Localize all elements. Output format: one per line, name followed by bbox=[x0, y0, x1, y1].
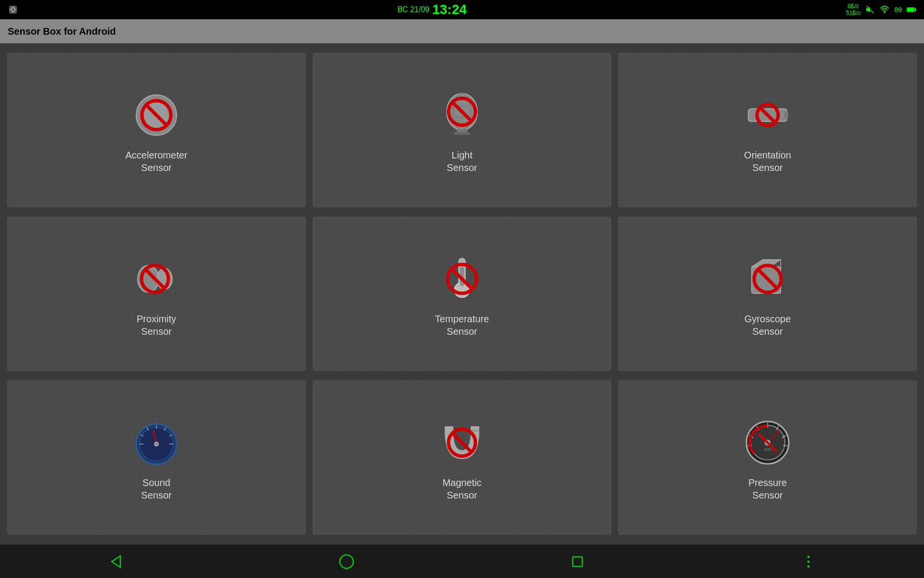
gyroscope-label: GyroscopeSensor bbox=[744, 313, 791, 338]
svg-rect-5 bbox=[915, 9, 916, 11]
status-center: ВС 21/09 13:24 bbox=[398, 2, 467, 17]
back-button[interactable] bbox=[101, 547, 130, 576]
battery-icon bbox=[907, 5, 916, 14]
storage-indicator: 0Б/с51Б/с bbox=[846, 3, 861, 17]
home-icon bbox=[338, 553, 355, 570]
light-label: LightSensor bbox=[447, 149, 477, 174]
sound-icon-container bbox=[128, 414, 185, 472]
temperature-icon-container bbox=[433, 250, 491, 308]
orientation-icon bbox=[741, 89, 794, 142]
status-time: 13:24 bbox=[432, 2, 467, 17]
sensor-tile-magnetic[interactable]: MagneticSensor bbox=[313, 381, 611, 535]
gyroscope-icon-container bbox=[739, 250, 796, 308]
sound-label: SoundSensor bbox=[141, 476, 171, 501]
proximity-label: ProximitySensor bbox=[137, 313, 176, 338]
pressure-label: PressureSensor bbox=[748, 476, 787, 501]
pressure-icon: 100 bbox=[741, 416, 794, 469]
status-right: 0Б/с51Б/с 88 bbox=[846, 3, 916, 17]
app-title: Sensor Box for Android bbox=[8, 26, 116, 37]
sensor-tile-temperature[interactable]: TemperatureSensor bbox=[313, 217, 611, 371]
magnetic-label: MagneticSensor bbox=[442, 476, 481, 501]
temperature-icon bbox=[436, 252, 488, 305]
bottom-nav bbox=[0, 544, 924, 578]
sensor-tile-light[interactable]: LightSensor bbox=[313, 53, 611, 207]
light-icon-container bbox=[433, 86, 491, 144]
battery-level: 88 bbox=[894, 6, 902, 13]
light-icon bbox=[436, 89, 488, 142]
accelerometer-label: AccelerometerSensor bbox=[126, 149, 188, 174]
svg-point-71 bbox=[808, 560, 810, 563]
status-bar: ВС 21/09 13:24 0Б/с51Б/с 88 bbox=[0, 0, 924, 19]
accelerometer-icon-container bbox=[128, 86, 185, 144]
sensor-tile-proximity[interactable]: ProximitySensor bbox=[7, 217, 306, 371]
svg-rect-19 bbox=[784, 111, 788, 119]
svg-rect-15 bbox=[454, 132, 470, 135]
orientation-icon-container bbox=[739, 86, 796, 144]
status-left bbox=[8, 4, 18, 15]
magnetic-icon bbox=[436, 416, 488, 469]
sensor-tile-pressure[interactable]: 100 PressureSensor bbox=[618, 381, 917, 535]
wifi-icon bbox=[880, 5, 889, 14]
status-date: ВС 21/09 bbox=[398, 5, 429, 14]
sensor-row-2: ProximitySensor TemperatureSensor bbox=[7, 217, 917, 371]
sensor-tile-gyroscope[interactable]: GyroscopeSensor bbox=[618, 217, 917, 371]
recent-icon bbox=[569, 553, 586, 570]
sensor-tile-sound[interactable]: SoundSensor bbox=[7, 381, 306, 535]
magnetic-icon-container bbox=[433, 414, 491, 472]
svg-text:100: 100 bbox=[764, 447, 771, 452]
svg-point-70 bbox=[808, 555, 810, 558]
menu-icon bbox=[800, 553, 817, 570]
home-button[interactable] bbox=[332, 547, 361, 576]
proximity-icon bbox=[130, 252, 183, 305]
recent-button[interactable] bbox=[563, 547, 592, 576]
svg-point-72 bbox=[808, 565, 810, 567]
sensor-tile-accelerometer[interactable]: AccelerometerSensor bbox=[7, 53, 306, 207]
gyroscope-icon bbox=[741, 252, 794, 305]
title-bar: Sensor Box for Android bbox=[0, 19, 924, 43]
sensor-row-1: AccelerometerSensor bbox=[7, 53, 917, 207]
svg-point-3 bbox=[885, 12, 886, 13]
back-icon bbox=[107, 553, 124, 570]
sensor-row-3: SoundSensor MagneticSensor bbox=[7, 381, 917, 535]
pressure-icon-container: 100 bbox=[739, 414, 796, 472]
sensor-tile-orientation[interactable]: OrientationSensor bbox=[618, 53, 917, 207]
app-icon bbox=[8, 4, 18, 15]
svg-point-48 bbox=[155, 443, 158, 446]
svg-point-68 bbox=[340, 555, 353, 568]
menu-button[interactable] bbox=[794, 547, 823, 576]
main-content: AccelerometerSensor bbox=[0, 43, 924, 544]
proximity-icon-container bbox=[128, 250, 185, 308]
sound-icon bbox=[130, 416, 183, 469]
svg-rect-69 bbox=[573, 557, 582, 566]
svg-marker-67 bbox=[112, 556, 120, 567]
mute-icon bbox=[865, 5, 875, 14]
svg-rect-6 bbox=[908, 8, 914, 11]
accelerometer-icon bbox=[130, 89, 183, 142]
orientation-label: OrientationSensor bbox=[744, 149, 791, 174]
temperature-label: TemperatureSensor bbox=[435, 313, 489, 338]
